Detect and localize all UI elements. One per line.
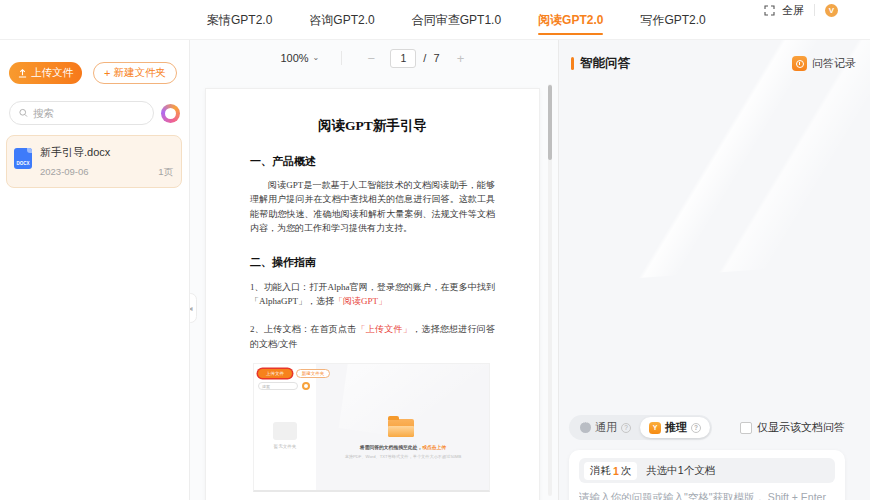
ai-spinner-icon: [161, 104, 180, 123]
upload-file-label: 上传文件: [31, 66, 73, 80]
qa-mode-toggle: 通用 ? Y 推理 ?: [569, 415, 712, 440]
topbar-right-cluster: 全屏 V: [764, 1, 838, 19]
figure-upload-button: 上传文件: [258, 369, 292, 378]
plus-icon: +: [104, 68, 110, 79]
step-2-highlight: 「上传文件」: [357, 324, 413, 334]
figure-empty-caption: 暂无文件夹: [266, 444, 304, 449]
file-info: 新手引导.docx 2023-09-06 1页: [40, 145, 173, 179]
tab-label: 阅读GPT2.0: [538, 12, 603, 29]
file-name: 新手引导.docx: [40, 145, 173, 160]
figure-drop-link: 或点击上传: [422, 445, 446, 450]
file-list-item[interactable]: DOCX 新手引导.docx 2023-09-06 1页: [6, 135, 182, 188]
tab-label: 案情GPT2.0: [207, 12, 272, 29]
tab-label: 咨询GPT2.0: [309, 12, 374, 29]
collapse-arrow-icon: ◂: [190, 304, 193, 313]
tab-contract-review-gpt[interactable]: 合同审查GPT1.0: [412, 0, 501, 40]
section-heading-1: 一、产品概述: [250, 154, 495, 169]
figure-new-folder-button: 新建文件夹: [296, 369, 330, 378]
doc-only-checkbox[interactable]: [740, 422, 752, 434]
question-input[interactable]: [579, 491, 835, 500]
step-2: 2、上传文档：在首页点击「上传文件」，选择您想进行问答的文档/文件: [250, 322, 495, 351]
qa-title-wrap: 智能问答: [571, 55, 630, 72]
consume-count-pill: 消耗 1 次: [584, 462, 637, 480]
selected-docs-label: 共选中1个文档: [646, 464, 715, 478]
file-date: 2023-09-06: [40, 166, 89, 179]
toolbar-divider: [341, 51, 342, 65]
viewer-scrollbar-thumb[interactable]: [548, 85, 552, 160]
qa-panel-title: 智能问答: [580, 55, 630, 72]
consume-count: 1: [613, 465, 619, 477]
figure-empty-state: 暂无文件夹: [266, 422, 304, 449]
docx-file-icon: DOCX: [14, 148, 32, 169]
fullscreen-label[interactable]: 全屏: [782, 3, 804, 18]
figure-drop-text: 将需问答的文档拖拽至此处，或点击上传: [328, 444, 478, 450]
figure-spinner-icon: [302, 382, 310, 390]
title-accent-bar: [571, 57, 574, 70]
qa-header: 智能问答 问答记录: [559, 40, 870, 72]
mode-general-option[interactable]: 通用 ?: [571, 417, 640, 438]
document-title: 阅读GPT新手引导: [250, 117, 495, 135]
help-icon[interactable]: ?: [691, 423, 701, 433]
history-clock-icon: [792, 56, 807, 71]
new-folder-label: 新建文件夹: [113, 66, 166, 80]
search-row: [9, 101, 180, 125]
page-total-label: / 7: [423, 52, 441, 64]
figure-drop-hint: 支持PDF、Word、TXT等格式文件，单个文件大小不超过50MB: [320, 454, 486, 459]
mode-reasoning-label: 推理: [665, 420, 687, 435]
chevron-down-icon: ⌄: [313, 53, 320, 62]
document-viewer: 100% ⌄ − / 7 + 阅读GPT新手引导 一、产品概述 阅读GPT是一款…: [190, 40, 558, 500]
tab-consult-gpt[interactable]: 咨询GPT2.0: [309, 0, 374, 40]
search-box[interactable]: [9, 101, 154, 125]
sidebar-actions: 上传文件 + 新建文件夹: [9, 62, 181, 84]
qa-history-button[interactable]: 问答记录: [792, 56, 856, 71]
zoom-in-button[interactable]: +: [454, 51, 468, 66]
qa-mode-row: 通用 ? Y 推理 ? 仅显示该文档问答: [569, 415, 845, 440]
sidebar-collapse-handle[interactable]: ◂: [190, 293, 197, 323]
document-page: 阅读GPT新手引导 一、产品概述 阅读GPT是一款基于人工智能技术的文档阅读助手…: [205, 88, 540, 500]
tab-label: 写作GPT2.0: [640, 12, 705, 29]
tab-reading-gpt[interactable]: 阅读GPT2.0: [538, 0, 603, 40]
doc-only-label: 仅显示该文档问答: [757, 420, 845, 435]
help-icon[interactable]: ?: [621, 423, 631, 433]
section-body-1: 阅读GPT是一款基于人工智能技术的文档阅读助手，能够理解用户提问并在文档中查找相…: [250, 178, 495, 236]
consume-info-bar: 消耗 1 次 共选中1个文档: [579, 458, 835, 483]
mode-reasoning-option[interactable]: Y 推理 ?: [640, 417, 710, 438]
step-1: 1、功能入口：打开Alpha官网，登录您的账户，在更多中找到「AlphaGPT」…: [250, 280, 495, 309]
consume-prefix: 消耗: [590, 464, 611, 478]
tab-case-gpt[interactable]: 案情GPT2.0: [207, 0, 272, 40]
tab-writing-gpt[interactable]: 写作GPT2.0: [640, 0, 705, 40]
search-input[interactable]: [33, 107, 144, 119]
embedded-screenshot-figure: 上传文件 新建文件夹 搜索 暂无文件夹 将需问答的文档拖拽至此处，或点击上传 支…: [253, 363, 490, 492]
topbar-divider: [814, 4, 815, 16]
step-2-text: 2、上传文档：在首页点击: [250, 324, 357, 334]
gem-icon: Y: [649, 422, 661, 434]
mode-general-label: 通用: [595, 420, 617, 435]
file-sidebar: 上传文件 + 新建文件夹 DOCX 新手引导.docx 2023-09-06 1…: [0, 40, 190, 500]
gpt-product-tabs: 案情GPT2.0 咨询GPT2.0 合同审查GPT1.0 阅读GPT2.0 写作…: [207, 0, 706, 40]
step-1-highlight: 「阅读GPT」: [334, 296, 387, 306]
qa-input-card: 消耗 1 次 共选中1个文档: [569, 450, 845, 500]
figure-drop-text-main: 将需问答的文档拖拽至此处，: [360, 445, 422, 450]
file-meta: 2023-09-06 1页: [40, 166, 173, 179]
user-avatar[interactable]: V: [825, 4, 838, 17]
new-folder-button[interactable]: + 新建文件夹: [93, 62, 177, 84]
figure-folder-icon: [388, 419, 414, 437]
upload-icon: [18, 69, 27, 78]
qa-history-label: 问答记录: [812, 56, 856, 71]
zoom-level-dropdown[interactable]: 100% ⌄: [280, 52, 319, 64]
consume-suffix: 次: [621, 464, 632, 478]
qa-panel: 智能问答 问答记录 通用 ? Y 推理 ?: [558, 40, 870, 500]
tab-label: 合同审查GPT1.0: [412, 12, 501, 29]
viewer-toolbar: 100% ⌄ − / 7 +: [190, 40, 558, 76]
zoom-level-value: 100%: [280, 52, 308, 64]
app-window: 案情GPT2.0 咨询GPT2.0 合同审查GPT1.0 阅读GPT2.0 写作…: [0, 0, 870, 500]
page-number-input[interactable]: [390, 49, 416, 68]
figure-empty-illustration: [273, 422, 297, 440]
upload-file-button[interactable]: 上传文件: [9, 62, 82, 84]
fullscreen-icon[interactable]: [764, 5, 775, 16]
zoom-out-button[interactable]: −: [364, 51, 378, 66]
doc-only-checkbox-row[interactable]: 仅显示该文档问答: [740, 420, 845, 435]
figure-search-box: 搜索: [258, 382, 298, 390]
search-icon: [19, 108, 28, 118]
section-heading-2: 二、操作指南: [250, 255, 495, 270]
